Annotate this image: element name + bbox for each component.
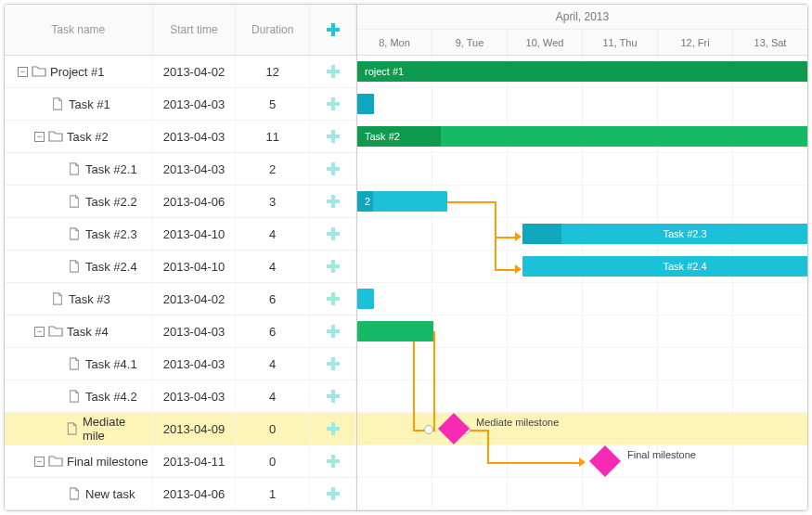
- timeline-days: 8, Mon9, Tue10, Wed11, Thu12, Fri13, Sat: [357, 30, 807, 55]
- timeline-month: April, 2013: [357, 5, 807, 30]
- timeline-day-header[interactable]: 9, Tue: [432, 30, 508, 55]
- collapse-icon[interactable]: −: [34, 327, 45, 337]
- task-name-label: Task #4: [67, 325, 109, 339]
- file-icon: [65, 422, 79, 435]
- start-time-cell: 2013-04-10: [153, 218, 237, 250]
- duration-cell: 6: [236, 315, 310, 347]
- svg-rect-25: [327, 427, 340, 431]
- add-cell[interactable]: [310, 218, 356, 250]
- timeline-row: [357, 478, 807, 510]
- add-cell[interactable]: [310, 121, 356, 152]
- header-task-name[interactable]: Task name: [5, 5, 153, 55]
- add-cell[interactable]: [310, 315, 356, 347]
- gantt-bar[interactable]: Task #2: [357, 126, 807, 147]
- add-cell[interactable]: [310, 348, 356, 380]
- dependency-link: [495, 237, 515, 238]
- grid-panel: Task name Start time Duration −Project #…: [5, 5, 357, 510]
- header-add[interactable]: [310, 5, 356, 55]
- bar-label: Task #2.4: [663, 261, 706, 272]
- table-row[interactable]: −Task #42013-04-036: [5, 315, 356, 348]
- dependency-link: [447, 201, 496, 203]
- dependency-arrow: [515, 232, 522, 241]
- gantt-bar[interactable]: [357, 289, 374, 309]
- add-cell[interactable]: [310, 88, 356, 120]
- table-row[interactable]: −Task #22013-04-0311: [5, 121, 356, 153]
- plus-icon: [326, 421, 341, 436]
- dependency-arrow: [579, 457, 586, 467]
- link-handle[interactable]: [424, 425, 433, 434]
- gantt-bar[interactable]: [357, 321, 433, 341]
- dependency-link: [495, 237, 496, 271]
- add-cell[interactable]: [310, 413, 356, 444]
- add-cell[interactable]: [310, 283, 356, 315]
- gantt-bar[interactable]: Task #2.4: [522, 256, 807, 277]
- timeline-body[interactable]: roject #1Task #22Task #2.3Task #2.4Media…: [357, 56, 807, 510]
- collapse-icon[interactable]: −: [34, 457, 45, 467]
- table-row[interactable]: Task #32013-04-026: [5, 283, 356, 315]
- svg-rect-9: [327, 167, 340, 171]
- bar-label: Task #2.3: [663, 228, 706, 239]
- svg-rect-7: [327, 135, 340, 138]
- task-name-cell: Task #2.2: [5, 186, 153, 217]
- task-name-label: Task #1: [69, 97, 110, 111]
- duration-cell: 0: [236, 445, 310, 477]
- folder-icon: [48, 130, 63, 143]
- start-time-cell: 2013-04-06: [153, 478, 237, 509]
- add-cell[interactable]: [310, 56, 356, 87]
- table-row[interactable]: −Final milestone2013-04-110: [5, 445, 356, 478]
- table-row[interactable]: Task #2.12013-04-032: [5, 153, 356, 186]
- task-name-label: Final milestone: [67, 455, 148, 469]
- duration-cell: 4: [236, 251, 310, 282]
- table-row[interactable]: Task #4.22013-04-034: [5, 380, 356, 413]
- task-name-cell: −Task #2: [5, 121, 153, 152]
- timeline-day-header[interactable]: 13, Sat: [733, 30, 807, 55]
- timeline-header: April, 2013 8, Mon9, Tue10, Wed11, Thu12…: [357, 5, 807, 56]
- table-row[interactable]: Task #12013-04-035: [5, 88, 356, 121]
- gantt-bar[interactable]: 2: [357, 191, 447, 212]
- grid-body: −Project #12013-04-0212Task #12013-04-03…: [5, 56, 356, 510]
- bar-label: roject #1: [365, 66, 404, 77]
- duration-cell: 2: [236, 153, 310, 185]
- table-row[interactable]: New task2013-04-061: [5, 478, 356, 510]
- add-cell[interactable]: [310, 380, 356, 412]
- timeline-row: [357, 153, 807, 186]
- gantt-bar[interactable]: [357, 94, 374, 114]
- collapse-icon[interactable]: −: [34, 132, 45, 142]
- task-name-cell: Task #2.4: [5, 251, 153, 282]
- start-time-cell: 2013-04-03: [153, 153, 237, 185]
- timeline-day-header[interactable]: 11, Thu: [583, 30, 658, 55]
- dependency-link: [413, 331, 415, 431]
- timeline-day-header[interactable]: 8, Mon: [357, 30, 432, 55]
- table-row[interactable]: Task #2.22013-04-063: [5, 186, 356, 218]
- header-start-time[interactable]: Start time: [153, 5, 237, 55]
- task-name-label: Mediate mile: [83, 415, 148, 443]
- plus-icon: [326, 454, 341, 469]
- add-cell[interactable]: [310, 251, 356, 282]
- plus-icon: [326, 194, 341, 209]
- add-cell[interactable]: [310, 186, 356, 217]
- table-row[interactable]: Mediate mile2013-04-090: [5, 413, 356, 445]
- duration-cell: 1: [236, 478, 310, 509]
- table-row[interactable]: Task #2.32013-04-104: [5, 218, 356, 251]
- gantt-container: Task name Start time Duration −Project #…: [4, 4, 808, 511]
- add-cell[interactable]: [310, 153, 356, 185]
- header-duration[interactable]: Duration: [236, 5, 310, 55]
- task-name-cell: −Task #4: [5, 315, 153, 347]
- gantt-bar[interactable]: roject #1: [357, 61, 807, 82]
- add-cell[interactable]: [310, 445, 356, 477]
- table-row[interactable]: −Project #12013-04-0212: [5, 56, 356, 88]
- timeline-day-header[interactable]: 10, Wed: [508, 30, 583, 55]
- svg-rect-3: [327, 70, 340, 73]
- collapse-icon[interactable]: −: [18, 67, 28, 77]
- file-icon: [67, 390, 82, 403]
- timeline-day-header[interactable]: 12, Fri: [658, 30, 733, 55]
- folder-icon: [48, 455, 63, 468]
- gantt-bar[interactable]: Task #2.3: [522, 224, 807, 244]
- task-name-cell: −Project #1: [5, 56, 153, 87]
- add-cell[interactable]: [310, 478, 356, 509]
- svg-rect-23: [327, 394, 340, 398]
- timeline-panel: April, 2013 8, Mon9, Tue10, Wed11, Thu12…: [357, 5, 807, 510]
- table-row[interactable]: Task #4.12013-04-034: [5, 348, 356, 380]
- table-row[interactable]: Task #2.42013-04-104: [5, 251, 356, 283]
- svg-rect-29: [327, 492, 340, 496]
